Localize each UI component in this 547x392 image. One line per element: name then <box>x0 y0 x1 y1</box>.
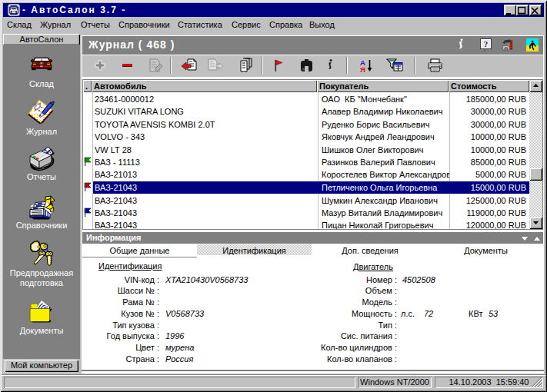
svg-text:?: ? <box>484 39 489 48</box>
svg-text:Я: Я <box>360 65 365 74</box>
